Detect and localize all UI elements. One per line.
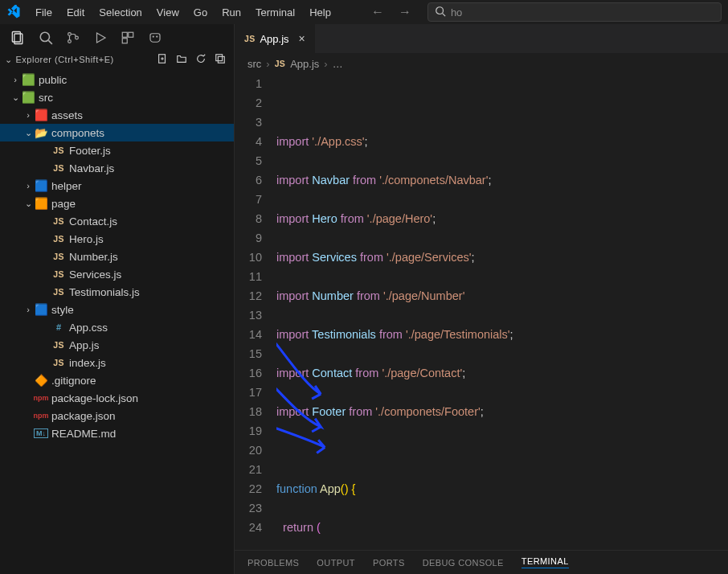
svg-point-7 xyxy=(68,40,72,43)
svg-point-0 xyxy=(436,6,444,14)
command-center-search[interactable]: ho xyxy=(427,2,722,22)
explorer-top-toolbar xyxy=(0,24,234,51)
svg-point-6 xyxy=(68,33,72,36)
folder-page[interactable]: ⌄🟧page xyxy=(0,195,234,212)
menu-file[interactable]: File xyxy=(29,3,59,22)
file-number-js[interactable]: JSNumber.js xyxy=(0,248,234,265)
js-file-icon: JS xyxy=(51,340,66,350)
file-package-json[interactable]: npmpackage.json xyxy=(0,407,234,424)
js-file-icon: JS xyxy=(51,146,66,155)
file-tree: ›🟩public ⌄🟩src ›🟥assets ⌄📂componets JSFo… xyxy=(0,71,234,574)
bottom-panel-tabs: PROBLEMS OUTPUT PORTS DEBUG CONSOLE TERM… xyxy=(235,550,728,574)
svg-marker-9 xyxy=(97,33,106,43)
nav-arrows: ← → xyxy=(371,5,411,19)
folder-style[interactable]: ›🟦style xyxy=(0,301,234,318)
tab-app-js[interactable]: JS App.js × xyxy=(235,24,316,53)
close-tab-icon[interactable]: × xyxy=(299,32,305,45)
extensions-icon[interactable] xyxy=(121,31,135,45)
source-control-icon[interactable] xyxy=(66,31,80,45)
editor-tabs: JS App.js × xyxy=(235,24,728,53)
menu-help[interactable]: Help xyxy=(303,3,337,22)
folder-icon: 🟦 xyxy=(34,303,48,316)
file-gitignore[interactable]: 🔶.gitignore xyxy=(0,371,234,389)
explorer-actions xyxy=(157,53,226,66)
nav-forward-icon[interactable]: → xyxy=(399,5,411,19)
explorer-icon[interactable] xyxy=(10,30,26,46)
svg-rect-18 xyxy=(216,55,223,61)
file-app-css[interactable]: #App.css xyxy=(0,318,234,336)
svg-line-5 xyxy=(48,40,52,44)
search-placeholder: ho xyxy=(451,6,462,18)
folder-assets[interactable]: ›🟥assets xyxy=(0,106,234,124)
js-file-icon: JS xyxy=(51,252,66,261)
js-file-icon: JS xyxy=(244,34,255,43)
menu-selection[interactable]: Selection xyxy=(92,3,148,22)
menu-go[interactable]: Go xyxy=(187,3,214,22)
search-icon xyxy=(435,6,446,19)
panel-tab-problems[interactable]: PROBLEMS xyxy=(247,558,299,568)
js-file-icon: JS xyxy=(51,234,66,244)
svg-rect-11 xyxy=(129,32,133,37)
menu-terminal[interactable]: Terminal xyxy=(249,3,301,22)
copilot-icon[interactable] xyxy=(148,31,162,45)
tab-label: App.js xyxy=(260,33,288,45)
svg-point-14 xyxy=(156,35,157,37)
file-app-js[interactable]: JSApp.js xyxy=(0,336,234,354)
chevron-right-icon: › xyxy=(324,58,327,70)
new-folder-icon[interactable] xyxy=(176,53,187,66)
npm-icon: npm xyxy=(34,394,48,402)
js-file-icon: JS xyxy=(51,269,66,279)
svg-line-1 xyxy=(443,13,446,16)
explorer-header[interactable]: ⌄ Explorer (Ctrl+Shift+E) xyxy=(0,51,234,71)
file-navbar-js[interactable]: JSNavbar.js xyxy=(0,159,234,177)
svg-rect-12 xyxy=(122,39,127,43)
folder-helper[interactable]: ›🟦helper xyxy=(0,177,234,195)
file-readme[interactable]: M↓README.md xyxy=(0,424,234,442)
js-file-icon: JS xyxy=(51,163,66,173)
panel-tab-debug-console[interactable]: DEBUG CONSOLE xyxy=(423,558,504,568)
refresh-icon[interactable] xyxy=(195,53,207,66)
folder-open-icon: 🟩 xyxy=(21,91,35,104)
js-file-icon: JS xyxy=(51,287,66,297)
explorer-title: Explorer (Ctrl+Shift+E) xyxy=(16,55,114,64)
file-services-js[interactable]: JSServices.js xyxy=(0,265,234,283)
folder-icon: 🟩 xyxy=(21,73,35,86)
breadcrumbs[interactable]: src › JS App.js › … xyxy=(235,53,728,74)
file-footer-js[interactable]: JSFooter.js xyxy=(0,141,234,159)
svg-point-8 xyxy=(76,36,79,39)
code-content[interactable]: import './App.css'; import Navbar from '… xyxy=(276,74,728,550)
file-testimonials-js[interactable]: JSTestimonials.js xyxy=(0,283,234,301)
code-editor[interactable]: 123456789101112131415161718192021222324 … xyxy=(235,74,728,550)
search-sidebar-icon[interactable] xyxy=(39,31,53,45)
css-file-icon: # xyxy=(51,322,66,332)
file-package-lock[interactable]: npmpackage-lock.json xyxy=(0,389,234,407)
new-file-icon[interactable] xyxy=(157,53,168,66)
line-gutter: 123456789101112131415161718192021222324 xyxy=(235,74,276,550)
folder-open-icon: 📂 xyxy=(34,126,48,139)
breadcrumb-file[interactable]: App.js xyxy=(290,58,319,70)
menu-run[interactable]: Run xyxy=(215,3,247,22)
run-debug-icon[interactable] xyxy=(93,31,108,45)
folder-src[interactable]: ⌄🟩src xyxy=(0,88,234,106)
panel-tab-ports[interactable]: PORTS xyxy=(373,558,405,568)
js-file-icon: JS xyxy=(275,59,285,68)
nav-back-icon[interactable]: ← xyxy=(371,5,384,19)
file-contact-js[interactable]: JSContact.js xyxy=(0,212,234,230)
panel-tab-terminal[interactable]: TERMINAL xyxy=(521,556,569,568)
folder-icon: 🟥 xyxy=(34,109,48,121)
collapse-all-icon[interactable] xyxy=(215,53,226,66)
chevron-right-icon: › xyxy=(266,58,269,70)
markdown-icon: M↓ xyxy=(34,428,48,438)
editor-area: JS App.js × src › JS App.js › … 12345678… xyxy=(235,24,728,574)
file-index-js[interactable]: JSindex.js xyxy=(0,354,234,371)
sidebar: ⌄ Explorer (Ctrl+Shift+E) ›🟩public ⌄🟩src… xyxy=(0,24,235,574)
file-hero-js[interactable]: JSHero.js xyxy=(0,230,234,248)
panel-tab-output[interactable]: OUTPUT xyxy=(317,558,355,568)
breadcrumb-more[interactable]: … xyxy=(333,58,343,70)
folder-public[interactable]: ›🟩public xyxy=(0,71,234,88)
folder-componets[interactable]: ⌄📂componets xyxy=(0,124,234,141)
chevron-down-icon: ⌄ xyxy=(5,55,13,65)
breadcrumb-src[interactable]: src xyxy=(247,58,261,70)
menu-view[interactable]: View xyxy=(150,3,186,22)
menu-edit[interactable]: Edit xyxy=(60,3,91,22)
